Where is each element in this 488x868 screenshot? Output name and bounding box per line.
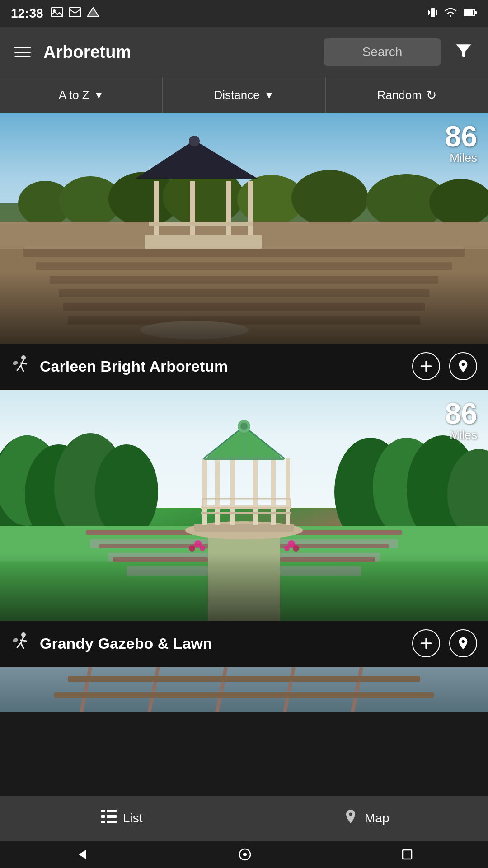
card-image-1: 86 Miles [0, 113, 488, 344]
svg-marker-118 [79, 850, 86, 859]
sort-atoz-button[interactable]: A to Z ▼ [0, 77, 163, 113]
svg-point-98 [21, 632, 26, 637]
svg-line-44 [21, 363, 26, 364]
svg-point-20 [291, 170, 368, 226]
svg-rect-12 [475, 11, 477, 14]
svg-rect-26 [36, 262, 452, 270]
vibrate-status-icon [428, 6, 437, 21]
card-carleen-bright-arboretum: 86 Miles Carleen Bright Arboretum [0, 113, 488, 390]
status-right [428, 6, 477, 21]
svg-rect-97 [0, 553, 488, 621]
drive-status-icon [87, 7, 99, 20]
svg-rect-110 [68, 676, 420, 682]
svg-rect-88 [201, 512, 291, 514]
svg-rect-39 [149, 222, 253, 226]
sort-distance-arrow-icon: ▼ [264, 90, 274, 101]
sort-random-label: Random [377, 88, 422, 102]
status-bar: 12:38 [0, 0, 488, 27]
svg-rect-32 [154, 181, 159, 235]
svg-rect-121 [403, 850, 412, 859]
card-1-add-button[interactable] [412, 352, 440, 380]
sort-distance-label: Distance [214, 88, 260, 102]
svg-rect-41 [0, 271, 488, 344]
card-1-name: Carleen Bright Arboretum [40, 358, 412, 375]
svg-rect-85 [271, 456, 276, 525]
card-2-add-button[interactable] [412, 629, 440, 657]
svg-point-53 [95, 444, 158, 539]
svg-point-95 [240, 423, 248, 430]
sort-distance-button[interactable]: Distance ▼ [163, 77, 325, 113]
card-2-sport-icon [11, 631, 32, 656]
page-title: Arboretum [43, 42, 314, 62]
battery-status-icon [464, 9, 477, 19]
card-2-distance-number: 86 [445, 399, 477, 428]
map-view-button[interactable]: Map [244, 796, 488, 841]
card-1-sport-icon [11, 354, 32, 379]
svg-point-38 [189, 136, 200, 146]
list-icon [101, 810, 117, 827]
card-2-name: Grandy Gazebo & Lawn [40, 635, 412, 652]
list-view-label: List [123, 811, 143, 826]
svg-point-74 [200, 546, 205, 551]
android-recent-button[interactable] [401, 849, 413, 860]
svg-marker-4 [87, 8, 99, 17]
card-1-distance-badge: 86 Miles [445, 122, 477, 165]
svg-rect-0 [51, 8, 63, 17]
card-2-distance-badge: 86 Miles [445, 399, 477, 442]
svg-rect-115 [107, 815, 117, 818]
svg-rect-31 [145, 235, 262, 249]
svg-point-73 [194, 540, 202, 547]
svg-rect-80 [194, 524, 294, 532]
card-2-actions [412, 629, 477, 657]
card-1-distance-number: 86 [445, 122, 477, 151]
sort-bar: A to Z ▼ Distance ▼ Random ↻ [0, 77, 488, 113]
card-1-location-button[interactable] [449, 352, 477, 380]
wifi-status-icon [444, 7, 457, 20]
sort-atoz-arrow-icon: ▼ [94, 90, 104, 101]
svg-rect-33 [190, 181, 195, 235]
svg-rect-116 [101, 821, 105, 823]
android-home-button[interactable] [238, 848, 252, 861]
map-icon [343, 809, 358, 828]
status-icons [51, 7, 99, 20]
sort-random-button[interactable]: Random ↻ [326, 77, 488, 113]
card-partial-3 [0, 667, 488, 712]
image-status-icon [51, 7, 63, 20]
sort-random-refresh-icon: ↻ [426, 88, 436, 103]
status-left: 12:38 [11, 6, 99, 21]
svg-rect-111 [54, 692, 434, 698]
svg-rect-2 [69, 8, 81, 17]
svg-point-75 [189, 545, 195, 552]
svg-rect-113 [107, 810, 117, 812]
svg-rect-25 [23, 249, 465, 257]
android-back-button[interactable] [75, 848, 89, 861]
svg-rect-11 [465, 10, 473, 15]
svg-rect-117 [107, 821, 117, 823]
svg-rect-82 [215, 456, 220, 525]
card-1-actions [412, 352, 477, 380]
header: Arboretum Search [0, 27, 488, 77]
status-time: 12:38 [11, 6, 43, 21]
hamburger-menu-button[interactable] [11, 43, 34, 61]
card-2-bottom-bar: Grandy Gazebo & Lawn [0, 621, 488, 666]
svg-line-45 [17, 366, 21, 370]
svg-point-78 [293, 545, 299, 552]
svg-rect-104 [0, 667, 488, 712]
card-grandy-gazebo-lawn: 86 Miles Grandy Gazebo & Lawn [0, 390, 488, 667]
svg-rect-86 [286, 458, 290, 525]
svg-rect-81 [202, 458, 207, 525]
svg-rect-112 [101, 810, 105, 812]
svg-line-46 [21, 366, 23, 371]
svg-point-77 [284, 546, 290, 551]
filter-button[interactable] [450, 38, 477, 66]
svg-line-101 [17, 643, 21, 647]
search-button[interactable]: Search [324, 38, 441, 66]
card-1-distance-unit: Miles [445, 151, 477, 165]
map-view-label: Map [365, 811, 389, 826]
svg-point-47 [12, 360, 19, 366]
card-2-distance-unit: Miles [445, 428, 477, 442]
list-view-button[interactable]: List [0, 796, 244, 841]
svg-rect-35 [248, 181, 253, 235]
card-2-location-button[interactable] [449, 629, 477, 657]
svg-point-42 [21, 355, 26, 360]
